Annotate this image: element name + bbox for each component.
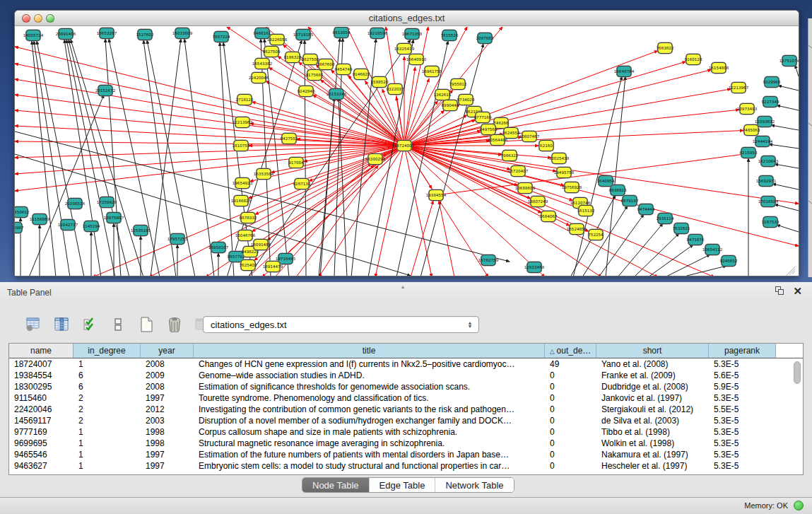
paired-rows-icon[interactable] (109, 315, 127, 334)
graph-node[interactable]: 10807467 (519, 132, 540, 142)
graph-node[interactable]: 18300295 (365, 154, 386, 165)
graph-node[interactable]: 10719185 (293, 30, 314, 40)
graph-node[interactable]: 1588520 (371, 77, 389, 88)
graph-node[interactable]: 12042737 (58, 220, 78, 230)
column-header-short[interactable]: short (596, 344, 709, 358)
tab-node-table[interactable]: Node Table (302, 478, 369, 492)
graph-node[interactable]: 16782759 (478, 255, 499, 266)
table-row[interactable]: 946362711997Embryonic stem cells: a mode… (9, 460, 803, 472)
graph-node[interactable]: 7955812 (449, 79, 467, 90)
window-resize-grip[interactable] (785, 262, 796, 274)
graph-node[interactable]: 10688609 (515, 183, 536, 194)
table-row[interactable]: 2242004622012Investigating the contribut… (9, 404, 803, 415)
graph-node[interactable]: 15720407 (508, 166, 529, 177)
graph-node[interactable]: 12444194 (753, 136, 773, 147)
graph-node[interactable]: 7625402 (240, 260, 257, 271)
graph-node[interactable]: 62160 (539, 141, 553, 151)
table-scrollbar-thumb[interactable] (794, 361, 801, 384)
graph-node[interactable]: 8454749 (335, 64, 353, 75)
graph-node[interactable]: 11156869 (30, 214, 50, 225)
graph-node[interactable]: 3684067 (540, 211, 558, 222)
column-header-pagerank[interactable]: pagerank (709, 344, 776, 358)
close-panel-icon[interactable]: ✕ (793, 286, 802, 296)
new-document-icon[interactable] (137, 315, 155, 334)
graph-node[interactable]: 1167533 (762, 217, 779, 228)
graph-node[interactable]: 4350612 (15, 207, 29, 218)
table-row[interactable]: 1456911722003Disruption of a novel membe… (9, 415, 803, 426)
graph-node[interactable]: 12505185 (131, 226, 151, 236)
graph-node[interactable]: 15046766 (235, 230, 256, 241)
graph-node[interactable]: 14055724 (23, 30, 44, 41)
table-settings-icon[interactable] (24, 315, 42, 334)
graph-node[interactable]: 10025438 (549, 153, 570, 164)
graph-node[interactable]: 16961758 (422, 66, 442, 77)
graph-node[interactable]: 8471676 (687, 235, 705, 245)
graph-node[interactable]: 8734028 (457, 95, 475, 105)
graph-node[interactable]: 9329966 (763, 77, 781, 88)
graph-node[interactable]: 2718120 (236, 95, 254, 105)
graph-node[interactable]: 16353584 (254, 169, 274, 180)
graph-node[interactable]: 9160128 (685, 54, 702, 65)
graph-node[interactable]: 2935114 (657, 214, 674, 224)
table-row[interactable]: 977716911998Corpus callosum shape and si… (9, 426, 803, 438)
selection-checklist-icon[interactable] (81, 315, 99, 334)
graph-node[interactable]: 17016504 (758, 197, 779, 207)
graph-node[interactable]: 19218596 (367, 28, 388, 39)
graph-node[interactable]: 8267130 (293, 179, 311, 189)
graph-node[interactable]: 8813054 (333, 28, 351, 38)
graph-node[interactable]: 19671358 (402, 29, 423, 40)
graph-node[interactable]: 12923468 (524, 262, 545, 273)
graph-node[interactable]: 10653287 (97, 28, 117, 39)
graph-node[interactable]: 16524851 (567, 224, 587, 235)
graph-node[interactable]: 19384554 (426, 190, 447, 201)
graph-node[interactable]: 1615132 (577, 206, 595, 216)
graph-node[interactable]: 7815526 (441, 30, 459, 41)
tab-edge-table[interactable]: Edge Table (369, 478, 435, 492)
graph-node[interactable]: 20151672 (95, 86, 115, 96)
graph-node[interactable]: 9245652 (720, 256, 738, 267)
delete-trash-icon[interactable] (165, 315, 184, 334)
graph-node[interactable]: 8878332 (240, 213, 257, 223)
graph-node[interactable]: 7632621 (673, 223, 690, 234)
network-window[interactable]: citations_edges.txt 14055724208914061065… (14, 10, 799, 276)
graph-node[interactable]: 19495758 (554, 168, 575, 178)
graph-node[interactable]: 8186328 (284, 52, 302, 63)
graph-node[interactable]: 15751074 (779, 56, 799, 66)
network-window-titlebar[interactable]: citations_edges.txt (15, 11, 799, 26)
graph-node[interactable]: 12213967 (729, 83, 749, 93)
graph-node[interactable]: 2087682 (476, 33, 494, 44)
graph-node[interactable]: 3915987 (15, 223, 24, 233)
graph-node[interactable]: 7857224 (213, 32, 230, 42)
table-row[interactable]: 1938455462009Genome–wide association stu… (9, 370, 803, 381)
table-row[interactable]: 1872400712008Changes of HCN gene express… (9, 358, 803, 370)
graph-node[interactable]: 16640910 (406, 54, 427, 65)
graph-node[interactable]: 10973493 (737, 104, 758, 115)
graph-node[interactable]: 2867608 (317, 59, 335, 70)
graph-node[interactable]: 1527602 (136, 30, 154, 40)
graph-node[interactable]: 917004 (288, 158, 304, 168)
graph-node[interactable]: 16648784 (614, 66, 635, 77)
graph-node[interactable]: 19654923 (233, 178, 253, 189)
graph-node[interactable]: 19756928 (562, 182, 582, 193)
graph-node[interactable]: 16543382 (252, 59, 272, 69)
graph-node[interactable]: 20891406 (56, 29, 76, 40)
column-header-in_degree[interactable]: in_degree (73, 344, 141, 358)
graph-node[interactable]: 19166825 (231, 196, 252, 206)
table-row[interactable]: 911546021997Tourette syndrome. Phenomeno… (9, 392, 803, 404)
graph-node[interactable]: 10654112 (702, 245, 722, 255)
graph-node[interactable]: 9146821 (353, 69, 370, 80)
graph-node[interactable]: 22420046 (249, 73, 269, 83)
table-row[interactable]: 946554611997Estimation of the future num… (9, 449, 803, 460)
graph-node[interactable]: 9827509 (263, 47, 281, 57)
graph-node[interactable]: 10975887 (104, 213, 124, 223)
graph-hub-node[interactable]: 18724007 (394, 141, 415, 151)
network-canvas[interactable]: 1405572420891406106532871527602160338097… (15, 27, 799, 276)
graph-node[interactable]: 752254 (588, 230, 604, 240)
graph-node[interactable]: 16958107 (208, 243, 229, 253)
graph-node[interactable]: 20206526 (65, 199, 86, 209)
graph-node[interactable]: 8938923 (609, 185, 627, 196)
graph-node[interactable]: 9242848 (298, 86, 315, 97)
graph-node[interactable]: 9474444 (637, 204, 655, 215)
graph-node[interactable]: 9175685 (306, 70, 324, 81)
table-selector-dropdown[interactable]: citations_edges.txt ▲▼ (203, 316, 479, 333)
